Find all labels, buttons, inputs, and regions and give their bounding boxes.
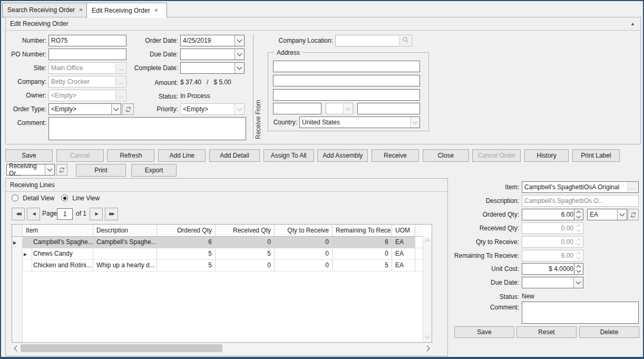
- address-line3-input[interactable]: [276, 91, 417, 99]
- browse-icon[interactable]: ...: [628, 182, 638, 192]
- order-comment-input[interactable]: [49, 118, 246, 140]
- number-field[interactable]: [48, 35, 126, 46]
- radio-icon[interactable]: [12, 195, 18, 201]
- tab-edit-receiving-order[interactable]: Edit Receiving Order ×: [86, 3, 167, 18]
- print-label-button[interactable]: Print Label: [572, 149, 620, 162]
- column-header-received-qty[interactable]: Received Qty: [216, 225, 275, 236]
- detail-received-qty-label: Received Qty:: [423, 222, 519, 234]
- scroll-left-icon[interactable]: [15, 346, 19, 351]
- city-field[interactable]: [273, 103, 321, 114]
- expander-icon[interactable]: ▶: [23, 248, 32, 260]
- receive-button[interactable]: Receive: [372, 149, 419, 162]
- detail-due-date-combo[interactable]: [522, 277, 583, 288]
- complete-date-combo[interactable]: [180, 62, 245, 74]
- refresh-button[interactable]: Refresh: [107, 149, 154, 162]
- table-row[interactable]: ▶ Campbell's Spaghe... Campbell's Spaghe…: [12, 237, 423, 248]
- assign-to-all-button[interactable]: Assign To All: [264, 149, 314, 162]
- search-icon[interactable]: [399, 36, 411, 45]
- address-line2-field[interactable]: [273, 75, 420, 86]
- column-header-item[interactable]: Item: [23, 225, 93, 236]
- due-date-combo[interactable]: [180, 48, 245, 60]
- po-number-field[interactable]: [48, 48, 126, 60]
- chevron-down-icon[interactable]: [235, 49, 244, 60]
- order-comment-field[interactable]: [48, 117, 246, 140]
- column-header-uom[interactable]: UOM: [392, 225, 415, 236]
- line-view-radio[interactable]: Line View: [61, 195, 100, 202]
- order-date-combo[interactable]: 4/25/2019: [180, 35, 245, 46]
- column-header-qty-to-receive[interactable]: Qty to Receive: [275, 225, 333, 236]
- chevron-down-icon[interactable]: [573, 277, 583, 288]
- detail-unit-cost-field[interactable]: $ 4.0000: [522, 263, 583, 275]
- detail-reset-button[interactable]: Reset: [516, 326, 577, 338]
- horizontal-scrollbar[interactable]: [12, 344, 432, 353]
- address-line2-input[interactable]: [276, 77, 417, 84]
- detail-comment-input[interactable]: [522, 302, 638, 323]
- chevron-down-icon[interactable]: [617, 209, 627, 220]
- add-line-button[interactable]: Add Line: [158, 149, 206, 162]
- city-input[interactable]: [276, 105, 319, 112]
- browse-icon[interactable]: ...: [115, 91, 125, 100]
- table-row[interactable]: ▶ Chews Candy 5 5 0 0 EA: [12, 248, 423, 260]
- company-location-field[interactable]: [335, 35, 412, 46]
- prev-page-button[interactable]: ◀: [27, 208, 40, 220]
- print-button[interactable]: Print: [76, 164, 126, 177]
- table-row[interactable]: Chicken and Rotini... Whip up a hearty d…: [12, 260, 423, 271]
- owner-field[interactable]: <Empty> ...: [48, 90, 126, 101]
- history-button[interactable]: History: [524, 149, 569, 162]
- close-icon[interactable]: ×: [154, 7, 158, 14]
- report-selector-combo[interactable]: Receiving Or...: [6, 164, 55, 176]
- chevron-down-icon[interactable]: [111, 104, 121, 114]
- add-assembly-button[interactable]: Add Assembly: [317, 149, 368, 162]
- last-page-button[interactable]: ▶▶: [105, 208, 118, 220]
- scroll-right-icon[interactable]: [425, 346, 429, 351]
- detail-comment-field[interactable]: [522, 302, 639, 324]
- export-button[interactable]: Export: [131, 164, 177, 177]
- tab-search-receiving-order[interactable]: Search Receiving Order ×: [2, 3, 96, 17]
- browse-icon[interactable]: ...: [115, 63, 125, 73]
- report-refresh-button[interactable]: [56, 164, 67, 176]
- detail-delete-button[interactable]: Delete: [579, 326, 639, 338]
- zip-input[interactable]: [360, 105, 417, 112]
- number-input[interactable]: [51, 37, 124, 44]
- collapse-icon[interactable]: ▲: [630, 21, 635, 26]
- zip-field[interactable]: [357, 103, 420, 114]
- owner-label: Owner:: [1, 90, 46, 101]
- detail-ordered-qty-field[interactable]: 6.00: [522, 209, 583, 220]
- state-combo[interactable]: [326, 103, 353, 114]
- chevron-down-icon[interactable]: [45, 164, 54, 175]
- next-page-button[interactable]: ▶: [90, 208, 103, 220]
- country-combo[interactable]: United States: [299, 117, 420, 128]
- scrollbar-thumb[interactable]: [21, 344, 222, 352]
- address-line1-input[interactable]: [276, 63, 417, 70]
- spinner-icons[interactable]: [574, 209, 583, 220]
- detail-view-radio[interactable]: Detail View: [12, 195, 54, 202]
- address-line1-field[interactable]: [273, 61, 420, 72]
- save-button[interactable]: Save: [5, 149, 53, 162]
- chevron-down-icon[interactable]: [235, 35, 244, 46]
- uom-refresh-button[interactable]: [628, 209, 639, 220]
- site-field[interactable]: Main Office ...: [48, 62, 126, 74]
- radio-icon[interactable]: [61, 195, 68, 201]
- first-page-button[interactable]: ◀◀: [12, 208, 25, 220]
- order-type-combo[interactable]: <Empty>: [48, 103, 121, 115]
- po-number-input[interactable]: [51, 51, 124, 58]
- column-header-description[interactable]: Description: [93, 225, 157, 236]
- detail-item-field[interactable]: Campbell's SpaghettiOsA Original ...: [522, 181, 639, 193]
- detail-uom-combo[interactable]: EA: [587, 209, 627, 220]
- column-header-remaining[interactable]: Remaining To Rece...: [333, 225, 392, 236]
- cell-remaining: 0: [333, 248, 392, 260]
- page-number-input[interactable]: [60, 210, 70, 218]
- spinner-icons[interactable]: [574, 264, 583, 274]
- chevron-down-icon[interactable]: [235, 63, 244, 73]
- add-detail-button[interactable]: Add Detail: [209, 149, 260, 162]
- column-header-ordered-qty[interactable]: Ordered Qty: [157, 225, 216, 236]
- detail-save-button[interactable]: Save: [454, 326, 514, 338]
- close-icon[interactable]: ×: [79, 7, 83, 13]
- priority-combo[interactable]: <Empty>: [180, 103, 245, 115]
- close-button[interactable]: Close: [423, 149, 469, 162]
- address-line3-field[interactable]: [273, 89, 420, 101]
- scroll-down-icon[interactable]: [425, 334, 430, 338]
- company-field[interactable]: Betty Crocker ...: [48, 76, 126, 88]
- page-number-field[interactable]: [57, 208, 73, 220]
- browse-icon[interactable]: ...: [115, 77, 125, 86]
